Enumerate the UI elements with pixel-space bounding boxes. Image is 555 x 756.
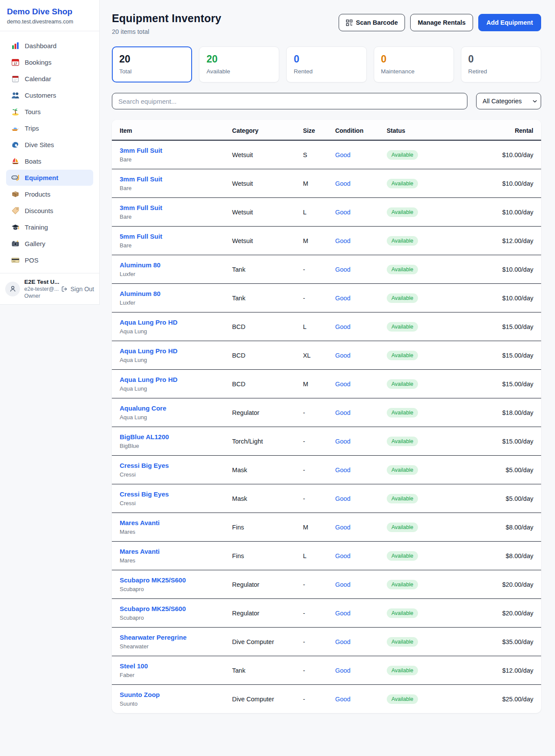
item-name-link[interactable]: Steel 100 [120,662,223,670]
sidebar-item-calendar[interactable]: Calendar [6,71,93,87]
sidebar-item-dashboard[interactable]: Dashboard [6,38,93,54]
condition-link[interactable]: Good [335,667,350,674]
item-brand: Suunto [120,700,223,707]
item-name-link[interactable]: Aluminum 80 [120,290,223,297]
condition-link[interactable]: Good [335,209,350,216]
item-name-link[interactable]: 3mm Full Suit [120,175,223,183]
condition-cell: Good [331,312,382,341]
rental-cell: $5.00/day [468,484,541,513]
status-badge: Available [387,408,418,417]
condition-link[interactable]: Good [335,409,350,416]
item-name-link[interactable]: Cressi Big Eyes [120,462,223,469]
sidebar-item-trips[interactable]: Trips [6,120,93,136]
condition-link[interactable]: Good [335,495,350,502]
rental-price: $10.00/day [502,180,533,187]
sidebar-item-discounts[interactable]: Discounts [6,203,93,219]
item-name-link[interactable]: Suunto Zoop [120,691,223,698]
status-badge: Available [387,351,418,360]
table-row: Aqua Lung Pro HDAqua LungBCDLGoodAvailab… [112,312,541,341]
table-row: Cressi Big EyesCressiMask-GoodAvailable$… [112,484,541,513]
condition-link[interactable]: Good [335,151,350,158]
status-badge: Available [387,293,418,303]
item-name-link[interactable]: Aqua Lung Pro HD [120,376,223,383]
condition-link[interactable]: Good [335,696,350,703]
stat-card-total[interactable]: 20Total [112,46,192,82]
item-name-link[interactable]: 3mm Full Suit [120,147,223,154]
size-cell: L [299,542,331,570]
condition-cell: Good [331,398,382,427]
item-name-link[interactable]: Aluminum 80 [120,261,223,269]
table-row: Mares AvantiMaresFinsMGoodAvailable$8.00… [112,513,541,542]
add-equipment-button[interactable]: Add Equipment [478,14,541,31]
sidebar-item-customers[interactable]: Customers [6,87,93,103]
condition-link[interactable]: Good [335,180,350,187]
item-name-link[interactable]: Mares Avanti [120,548,223,555]
rental-cell: $8.00/day [468,542,541,570]
sidebar-item-tours[interactable]: Tours [6,104,93,120]
item-cell: Shearwater PeregrineShearwater [112,628,228,656]
stat-card-available[interactable]: 20Available [199,46,279,82]
sidebar-item-products[interactable]: Products [6,186,93,202]
condition-link[interactable]: Good [335,438,350,445]
brand-name[interactable]: Demo Dive Shop [7,7,92,16]
condition-link[interactable]: Good [335,352,350,359]
category-cell: Dive Computer [228,685,298,713]
condition-link[interactable]: Good [335,237,350,244]
stat-card-maintenance[interactable]: 0Maintenance [374,46,454,82]
condition-link[interactable]: Good [335,638,350,645]
sidebar-item-equipment[interactable]: Equipment [6,170,93,186]
status-badge: Available [387,666,418,675]
stat-card-retired[interactable]: 0Retired [461,46,541,82]
item-name-link[interactable]: 3mm Full Suit [120,204,223,211]
status-badge: Available [387,437,418,446]
category-cell: BCD [228,312,298,341]
condition-link[interactable]: Good [335,467,350,473]
column-header-status: Status [382,120,468,140]
rental-cell: $15.00/day [468,370,541,398]
item-name-link[interactable]: Aqualung Core [120,404,223,412]
item-cell: Aqua Lung Pro HDAqua Lung [112,341,228,370]
item-cell: Aqualung CoreAqua Lung [112,398,228,427]
table-row: Scubapro MK25/S600ScubaproRegulator-Good… [112,599,541,628]
category-select[interactable]: All Categories [476,93,541,109]
page-title: Equipment Inventory [112,12,221,25]
condition-link[interactable]: Good [335,295,350,302]
sidebar-item-pos[interactable]: POS [6,252,93,268]
size-cell: - [299,284,331,312]
item-name-link[interactable]: Aqua Lung Pro HD [120,347,223,355]
sidebar-item-label: Gallery [25,240,46,247]
condition-link[interactable]: Good [335,552,350,559]
sidebar-item-label: Products [25,191,50,198]
item-brand: Bare [120,214,223,220]
condition-link[interactable]: Good [335,381,350,388]
condition-link[interactable]: Good [335,581,350,588]
sidebar-item-bookings[interactable]: 17Bookings [6,54,93,70]
item-name-link[interactable]: Cressi Big Eyes [120,490,223,498]
sign-out-label: Sign Out [71,286,94,293]
scan-barcode-button[interactable]: Scan Barcode [339,14,405,31]
stat-card-rented[interactable]: 0Rented [286,46,366,82]
item-name-link[interactable]: Aqua Lung Pro HD [120,319,223,326]
sidebar-item-dive-sites[interactable]: Dive Sites [6,137,93,153]
rental-cell: $10.00/day [468,169,541,198]
manage-rentals-button[interactable]: Manage Rentals [410,14,473,31]
condition-link[interactable]: Good [335,266,350,273]
item-name-link[interactable]: Scubapro MK25/S600 [120,605,223,612]
item-name-link[interactable]: Scubapro MK25/S600 [120,576,223,584]
item-name-link[interactable]: Shearwater Peregrine [120,634,223,641]
item-name-link[interactable]: Mares Avanti [120,519,223,526]
search-input[interactable] [112,93,467,109]
rental-price: $20.00/day [502,581,533,588]
item-name-link[interactable]: 5mm Full Suit [120,233,223,240]
sidebar-item-training[interactable]: Training [6,219,93,235]
condition-link[interactable]: Good [335,524,350,531]
column-header-rental: Rental [468,120,541,140]
status-cell: Available [382,513,468,542]
condition-link[interactable]: Good [335,610,350,617]
rental-cell: $15.00/day [468,312,541,341]
sidebar-item-boats[interactable]: Boats [6,153,93,169]
item-name-link[interactable]: BigBlue AL1200 [120,433,223,440]
sidebar-item-gallery[interactable]: Gallery [6,236,93,252]
sign-out-button[interactable]: Sign Out [61,286,95,293]
condition-link[interactable]: Good [335,323,350,330]
